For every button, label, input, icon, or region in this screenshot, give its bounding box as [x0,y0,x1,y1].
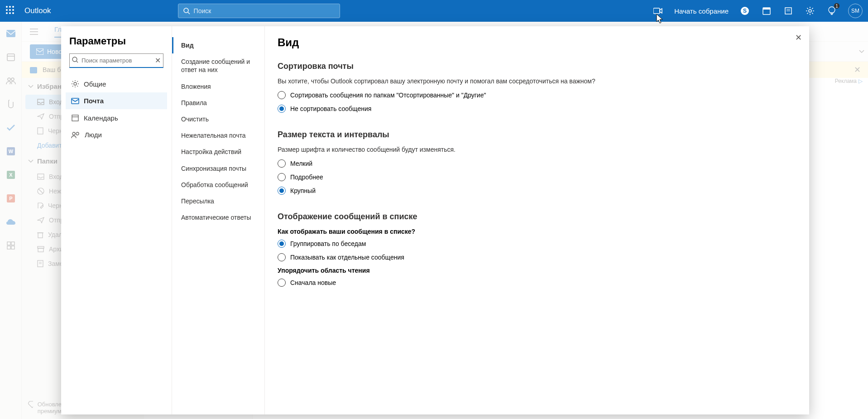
settings-gear-icon[interactable] [805,5,815,16]
radio-icon [278,187,286,195]
mail-icon [71,98,79,104]
app-header: Outlook Начать собрание S 1 SM [0,0,868,22]
svg-point-3 [6,9,8,11]
category-mail[interactable]: Почта [66,92,167,109]
settings-dialog: ✕ Параметры ✕ Общие Почта Календарь Люди… [61,26,809,414]
settings-search[interactable]: ✕ [69,53,163,68]
settings-title: Параметры [66,35,167,47]
svg-point-7 [9,12,11,14]
search-box[interactable] [178,4,340,18]
svg-point-5 [12,9,14,11]
sub-attachments[interactable]: Вложения [172,78,264,95]
calendar-day-icon[interactable] [761,5,772,16]
notes-icon[interactable] [783,5,794,16]
radio-sort-focused[interactable]: Сортировать сообщения по папкам "Отсорти… [278,91,796,99]
settings-search-input[interactable] [69,53,163,68]
text-size-title: Размер текста и интервалы [278,130,796,140]
calendar-icon [71,114,79,122]
svg-rect-78 [72,115,78,121]
radio-order-newest[interactable]: Сначала новые [278,279,796,287]
dialog-close-icon[interactable]: ✕ [795,33,802,43]
sub-rules[interactable]: Правила [172,95,264,111]
sub-sweep[interactable]: Очистить [172,111,264,127]
radio-icon [278,173,286,181]
svg-point-1 [9,6,11,8]
svg-point-6 [6,12,8,14]
start-meeting-label[interactable]: Начать собрание [674,7,729,15]
svg-point-76 [74,82,77,85]
skype-icon[interactable]: S [739,5,750,16]
settings-categories: Параметры ✕ Общие Почта Календарь Люди [61,26,172,414]
sub-auto-replies[interactable]: Автоматические ответы [172,209,264,226]
svg-point-19 [809,10,811,12]
sort-section-desc: Вы хотите, чтобы Outlook сортировал вашу… [278,77,796,85]
sub-junk[interactable]: Нежелательная почта [172,127,264,144]
sort-section-title: Сортировка почты [278,62,796,71]
radio-text-small[interactable]: Мелкий [278,159,796,168]
category-calendar[interactable]: Календарь [66,109,167,126]
clear-icon[interactable]: ✕ [155,56,161,65]
radio-icon [278,253,286,261]
svg-rect-77 [72,98,79,104]
search-icon [183,7,190,14]
sub-handling[interactable]: Обработка сообщений [172,177,264,193]
panel-title: Вид [278,36,796,49]
gear-icon [71,80,79,88]
svg-point-81 [76,132,79,135]
svg-point-80 [72,132,75,135]
settings-subcategories: Вид Создание сообщений и ответ на них Вл… [172,26,265,414]
sub-actions[interactable]: Настройка действий [172,144,264,160]
svg-line-75 [77,61,78,63]
svg-point-0 [6,6,8,8]
svg-line-10 [188,12,190,14]
whats-new-badge: 1 [834,3,840,9]
display-section-desc: Как отображать ваши сообщения в списке? [278,228,796,235]
radio-text-large[interactable]: Крупный [278,187,796,195]
radio-display-conversations[interactable]: Группировать по беседам [278,240,796,248]
sub-compose[interactable]: Создание сообщений и ответ на них [172,53,264,78]
search-icon [72,57,78,63]
text-size-desc: Размер шрифта и количество сообщений буд… [278,146,796,153]
settings-content: Вид Сортировка почты Вы хотите, чтобы Ou… [265,26,809,414]
people-icon [71,131,80,139]
radio-icon [278,105,286,113]
display-section-title: Отображение сообщений в списке [278,212,796,222]
sub-view[interactable]: Вид [172,37,264,53]
radio-icon [278,159,286,168]
radio-icon [278,240,286,248]
svg-text:S: S [743,8,747,14]
svg-point-2 [12,6,14,8]
radio-sort-none[interactable]: Не сортировать сообщения [278,105,796,113]
radio-text-medium[interactable]: Подробнее [278,173,796,181]
radio-display-individual[interactable]: Показывать как отдельные сообщения [278,253,796,261]
svg-point-74 [72,57,77,62]
sub-forwarding[interactable]: Пересылка [172,193,264,209]
radio-icon [278,279,286,287]
search-input[interactable] [194,7,335,14]
order-section-title: Упорядочить область чтения [278,267,796,274]
svg-rect-11 [653,8,660,14]
whats-new-icon[interactable]: 1 [826,5,837,16]
svg-point-4 [9,9,11,11]
category-general[interactable]: Общие [66,75,167,92]
svg-point-8 [12,12,14,14]
radio-icon [278,91,286,99]
user-avatar[interactable]: SM [848,4,863,18]
app-brand: Outlook [24,6,51,15]
sub-sync[interactable]: Синхронизация почты [172,160,264,177]
category-people[interactable]: Люди [66,126,167,143]
meet-video-icon[interactable] [652,5,663,16]
svg-point-9 [184,8,188,13]
svg-rect-15 [763,8,770,10]
app-launcher-icon[interactable] [5,5,16,16]
